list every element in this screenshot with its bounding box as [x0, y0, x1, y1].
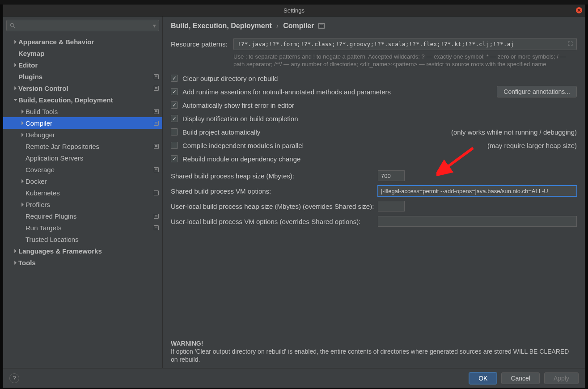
sidebar-item-editor[interactable]: Editor — [3, 59, 162, 71]
chevron-right-icon — [12, 40, 18, 44]
checkbox[interactable] — [171, 75, 178, 82]
checkbox[interactable] — [171, 101, 178, 109]
checkbox-label: Compile independent modules in parallel — [182, 142, 304, 149]
chevron-right-icon — [19, 203, 25, 207]
checkbox-label: Display notification on build completion — [182, 115, 298, 123]
sidebar-item-required-plugins[interactable]: Required Plugins — [3, 210, 162, 222]
project-scope-icon — [318, 23, 325, 29]
checkbox-label: Automatically show first error in editor — [182, 101, 294, 109]
sidebar-item-appearance-behavior[interactable]: Appearance & Behavior — [3, 36, 162, 47]
resource-patterns-hint: Use ; to separate patterns and ! to nega… — [233, 53, 577, 68]
cancel-button[interactable]: Cancel — [501, 372, 540, 384]
field-input-1[interactable] — [378, 186, 577, 196]
project-scope-icon — [154, 167, 159, 172]
sidebar-item-docker[interactable]: Docker — [3, 175, 162, 187]
checkbox[interactable] — [171, 128, 178, 135]
close-icon[interactable] — [576, 7, 582, 13]
chevron-down-icon — [12, 98, 18, 102]
checkbox-label: Build project automatically — [182, 128, 260, 136]
project-scope-icon — [154, 86, 159, 91]
project-scope-icon — [154, 190, 159, 195]
project-scope-icon — [154, 225, 159, 230]
chevron-right-icon — [12, 86, 18, 90]
chevron-right-icon — [12, 261, 18, 265]
project-scope-icon — [154, 109, 159, 114]
sidebar-item-coverage[interactable]: Coverage — [3, 164, 162, 175]
sidebar-item-build-execution-deployment[interactable]: Build, Execution, Deployment — [3, 94, 162, 106]
breadcrumb-parent[interactable]: Build, Execution, Deployment — [171, 22, 272, 30]
expand-icon[interactable] — [568, 41, 573, 47]
checkbox[interactable] — [171, 115, 178, 122]
field-label: Shared build process heap size (Mbytes): — [171, 172, 378, 180]
checkbox[interactable] — [171, 88, 178, 95]
chevron-right-icon — [12, 63, 18, 67]
sidebar-item-profilers[interactable]: Profilers — [3, 199, 162, 210]
checkbox-label: Clear output directory on rebuild — [182, 75, 278, 82]
sidebar-item-keymap[interactable]: Keymap — [3, 47, 162, 59]
chevron-right-icon — [19, 179, 25, 183]
checkbox-label: Add runtime assertions for notnull-annot… — [182, 88, 391, 96]
field-input-3[interactable] — [378, 216, 577, 227]
field-label: User-local build process heap size (Mbyt… — [171, 203, 378, 210]
sidebar-item-tools[interactable]: Tools — [3, 257, 162, 268]
settings-tree: Appearance & BehaviorKeymapEditorPlugins… — [3, 34, 162, 368]
sidebar-item-plugins[interactable]: Plugins — [3, 71, 162, 82]
breadcrumb-current: Compiler — [283, 22, 314, 30]
sidebar-item-kubernetes[interactable]: Kubernetes — [3, 187, 162, 199]
field-label: Shared build process VM options: — [171, 187, 378, 195]
svg-point-2 — [10, 23, 13, 26]
resource-patterns-label: Resource patterns: — [171, 40, 233, 48]
search-input[interactable]: ▾ — [6, 20, 159, 31]
window-title: Settings — [283, 7, 305, 14]
help-button[interactable]: ? — [9, 373, 19, 383]
svg-line-3 — [13, 26, 15, 28]
sidebar-item-trusted-locations[interactable]: Trusted Locations — [3, 233, 162, 245]
field-input-2[interactable] — [378, 201, 405, 211]
project-scope-icon — [154, 74, 159, 79]
sidebar-item-version-control[interactable]: Version Control — [3, 82, 162, 94]
sidebar-item-remote-jar-repositories[interactable]: Remote Jar Repositories — [3, 140, 162, 152]
ok-button[interactable]: OK — [469, 372, 497, 384]
project-scope-icon — [154, 144, 159, 149]
project-scope-icon — [154, 121, 159, 126]
resource-patterns-input[interactable]: !?*.java;!?*.form;!?*.class;!?*.groovy;!… — [233, 38, 577, 50]
chevron-right-icon — [19, 121, 25, 125]
field-label: User-local build process VM options (ove… — [171, 218, 378, 225]
search-icon — [9, 22, 16, 29]
apply-button[interactable]: Apply — [544, 372, 579, 384]
sidebar-item-application-servers[interactable]: Application Servers — [3, 152, 162, 164]
checkbox-note: (may require larger heap size) — [487, 142, 577, 149]
breadcrumb: Build, Execution, Deployment › Compiler — [171, 22, 577, 30]
chevron-right-icon — [19, 110, 25, 114]
chevron-right-icon — [19, 133, 25, 137]
sidebar-item-compiler[interactable]: Compiler — [3, 117, 162, 129]
warning-heading: WARNING! — [171, 339, 577, 347]
checkbox-note: (only works while not running / debuggin… — [451, 128, 577, 136]
field-input-0[interactable] — [378, 170, 405, 181]
sidebar-item-debugger[interactable]: Debugger — [3, 129, 162, 140]
project-scope-icon — [154, 214, 159, 219]
sidebar-item-build-tools[interactable]: Build Tools — [3, 106, 162, 117]
checkbox[interactable] — [171, 142, 178, 149]
chevron-right-icon — [12, 249, 18, 253]
checkbox[interactable] — [171, 155, 178, 162]
warning-body: If option 'Clear output directory on reb… — [171, 347, 577, 364]
checkbox-label: Rebuild module on dependency change — [182, 155, 300, 163]
configure-annotations-button[interactable]: Configure annotations... — [497, 86, 577, 97]
sidebar-item-run-targets[interactable]: Run Targets — [3, 222, 162, 233]
titlebar: Settings — [3, 5, 585, 17]
sidebar-item-languages-frameworks[interactable]: Languages & Frameworks — [3, 245, 162, 257]
